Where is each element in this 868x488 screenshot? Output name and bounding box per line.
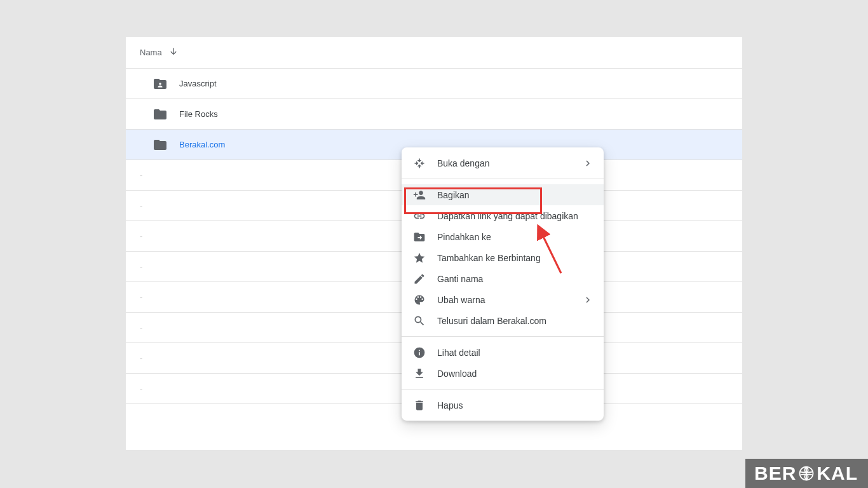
context-menu: Buka dengan Bagikan Dapatkan link yang d…: [402, 147, 604, 421]
folder-move-icon: [412, 229, 427, 245]
watermark-text-pre: BER: [754, 463, 796, 484]
file-name: Berakal.com: [179, 140, 225, 149]
star-icon: [412, 250, 427, 266]
person-add-icon: [412, 187, 427, 203]
folder-icon: [153, 107, 168, 122]
chevron-right-icon: [582, 158, 593, 169]
menu-get-link[interactable]: Dapatkan link yang dapat dibagikan: [402, 205, 604, 226]
file-name: Javascript: [179, 79, 217, 88]
menu-rename[interactable]: Ganti nama: [402, 268, 604, 289]
column-header-row: Nama: [126, 37, 742, 69]
info-icon: [412, 345, 427, 360]
menu-search-within[interactable]: Telusuri dalam Berakal.com: [402, 310, 604, 331]
menu-label: Telusuri dalam Berakal.com: [437, 316, 546, 326]
sort-arrow-icon[interactable]: [168, 46, 179, 59]
menu-label: Ubah warna: [437, 295, 485, 305]
file-row[interactable]: Javascript: [126, 69, 742, 99]
menu-label: Lihat detail: [437, 348, 480, 358]
menu-view-detail[interactable]: Lihat detail: [402, 342, 604, 363]
menu-move-to[interactable]: Pindahkan ke: [402, 226, 604, 247]
menu-separator: [402, 179, 604, 179]
menu-label: Bagikan: [437, 190, 470, 200]
menu-add-star[interactable]: Tambahkan ke Berbintang: [402, 247, 604, 268]
chevron-right-icon: [582, 294, 593, 306]
watermark: BER KAL: [745, 459, 868, 488]
shared-folder-icon: [153, 76, 168, 92]
download-icon: [412, 366, 427, 381]
link-icon: [412, 208, 427, 224]
watermark-text-post: KAL: [817, 463, 858, 484]
menu-separator: [402, 389, 604, 390]
menu-label: Download: [437, 369, 477, 379]
column-header-name[interactable]: Nama: [140, 48, 162, 57]
menu-label: Pindahkan ke: [437, 232, 491, 242]
menu-label: Hapus: [437, 400, 463, 410]
menu-open-with[interactable]: Buka dengan: [402, 152, 604, 173]
palette-icon: [412, 292, 427, 308]
menu-label: Tambahkan ke Berbintang: [437, 253, 541, 263]
menu-separator: [402, 336, 604, 337]
svg-point-0: [159, 83, 161, 85]
menu-label: Dapatkan link yang dapat dibagikan: [437, 211, 578, 221]
folder-icon: [153, 137, 168, 152]
edit-icon: [412, 271, 427, 287]
menu-remove[interactable]: Hapus: [402, 395, 604, 416]
file-row[interactable]: File Rocks: [126, 99, 742, 130]
menu-label: Buka dengan: [437, 158, 490, 168]
brain-icon: [797, 464, 815, 482]
menu-change-color[interactable]: Ubah warna: [402, 289, 604, 310]
menu-label: Ganti nama: [437, 274, 483, 284]
search-icon: [412, 313, 427, 329]
menu-download[interactable]: Download: [402, 363, 604, 384]
file-name: File Rocks: [179, 109, 218, 119]
trash-icon: [412, 398, 427, 413]
move-icon: [412, 156, 427, 171]
menu-share[interactable]: Bagikan: [402, 184, 604, 205]
